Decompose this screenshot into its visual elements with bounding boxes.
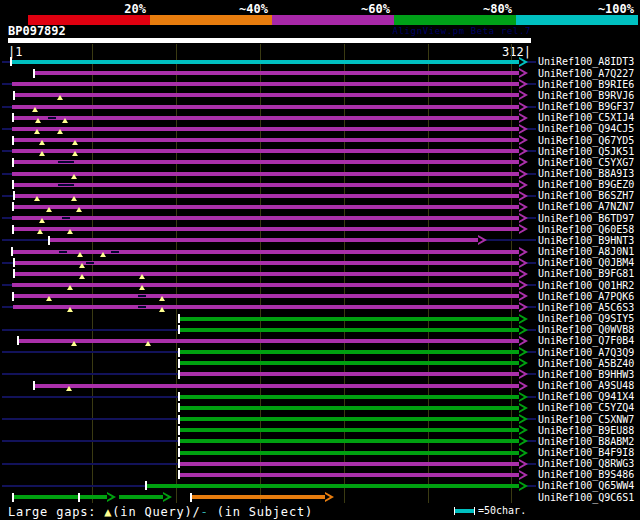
hit-label[interactable]: UniRef100_Q8RWG3 [538, 458, 634, 469]
hsp-bar[interactable] [13, 138, 519, 142]
hit-label[interactable]: UniRef100_C5YXG7 [538, 157, 634, 168]
alignment-row[interactable]: UniRef100_B8A9I3 [0, 168, 640, 179]
hsp-bar[interactable] [13, 205, 519, 209]
hit-label[interactable]: UniRef100_A7Q3Q9 [538, 347, 634, 358]
alignment-row[interactable]: UniRef100_B9RIE6 [0, 79, 640, 90]
hsp-bar[interactable] [35, 71, 519, 75]
hit-label[interactable]: UniRef100_A7Q227 [538, 68, 634, 79]
hit-label[interactable]: UniRef100_Q94CJ5 [538, 123, 634, 134]
hit-label[interactable]: UniRef100_Q5JK51 [538, 146, 634, 157]
hsp-bar[interactable] [180, 473, 519, 477]
alignment-row[interactable]: UniRef100_C5YXG7 [0, 157, 640, 168]
hit-label[interactable]: UniRef100_Q941X4 [538, 391, 634, 402]
hit-label[interactable]: UniRef100_B9FG81 [538, 268, 634, 279]
hsp-bar[interactable] [13, 305, 519, 309]
hit-label[interactable]: UniRef100_B9S486 [538, 469, 634, 480]
hit-label[interactable]: UniRef100_B6TD97 [538, 213, 634, 224]
hit-label[interactable]: UniRef100_A5BZ40 [538, 358, 634, 369]
hit-label[interactable]: UniRef100_C5XIJ4 [538, 112, 634, 123]
hit-label[interactable]: UniRef100_B9HHW3 [538, 369, 634, 380]
alignment-row[interactable]: UniRef100_B8ABM2 [0, 436, 640, 447]
hit-label[interactable]: UniRef100_Q01HR2 [538, 280, 634, 291]
alignment-row[interactable]: UniRef100_Q941X4 [0, 391, 640, 402]
hsp-bar[interactable] [119, 495, 163, 499]
alignment-row[interactable]: UniRef100_Q67YD5 [0, 135, 640, 146]
alignment-row[interactable]: UniRef100_C5XNW7 [0, 414, 640, 425]
hsp-bar[interactable] [13, 160, 519, 164]
alignment-row[interactable]: UniRef100_B9EU88 [0, 425, 640, 436]
hit-label[interactable]: UniRef100_Q9C6S1 [538, 492, 634, 503]
alignment-row[interactable]: UniRef100_A7Q227 [0, 68, 640, 79]
hsp-bar[interactable] [14, 194, 519, 198]
hsp-bar[interactable] [12, 82, 519, 86]
hsp-bar[interactable] [12, 283, 519, 287]
hsp-bar[interactable] [180, 372, 519, 376]
hsp-bar[interactable] [50, 238, 478, 242]
hsp-bar[interactable] [12, 216, 519, 220]
hit-label[interactable]: UniRef100_B9RIE6 [538, 79, 634, 90]
hit-label[interactable]: UniRef100_A9SU48 [538, 380, 634, 391]
alignment-row[interactable]: UniRef100_A8J0N1 [0, 246, 640, 257]
alignment-row[interactable]: UniRef100_A9SU48 [0, 380, 640, 391]
hsp-bar[interactable] [180, 328, 519, 332]
alignment-row[interactable]: UniRef100_Q01HR2 [0, 280, 640, 291]
hsp-bar[interactable] [180, 350, 519, 354]
hsp-bar[interactable] [13, 294, 519, 298]
alignment-row[interactable]: UniRef100_Q60E58 [0, 224, 640, 235]
alignment-row[interactable]: UniRef100_A7NZN7 [0, 201, 640, 212]
hit-label[interactable]: UniRef100_A5C6S3 [538, 302, 634, 313]
alignment-row[interactable]: UniRef100_B9GEZ0 [0, 179, 640, 190]
hsp-bar[interactable] [14, 93, 519, 97]
hsp-bar[interactable] [13, 227, 519, 231]
hsp-bar[interactable] [14, 272, 519, 276]
hsp-bar[interactable] [192, 495, 325, 499]
alignment-row[interactable]: UniRef100_B9S486 [0, 469, 640, 480]
hsp-bar[interactable] [180, 462, 519, 466]
hsp-bar[interactable] [147, 484, 519, 488]
hit-label[interactable]: UniRef100_B4F9I8 [538, 447, 634, 458]
alignment-row[interactable]: UniRef100_Q8RWG3 [0, 458, 640, 469]
alignment-row[interactable]: UniRef100_B4F9I8 [0, 447, 640, 458]
hsp-bar[interactable] [180, 395, 519, 399]
alignment-row[interactable]: UniRef100_A5BZ40 [0, 358, 640, 369]
hit-label[interactable]: UniRef100_B9GF37 [538, 101, 634, 112]
hit-label[interactable]: UniRef100_Q9SIY5 [538, 313, 634, 324]
hit-label[interactable]: UniRef100_B9GEZ0 [538, 179, 634, 190]
alignment-row[interactable]: UniRef100_Q9C6S1 [0, 492, 640, 503]
hit-label[interactable]: UniRef100_Q7F0B4 [538, 335, 634, 346]
hit-label[interactable]: UniRef100_C5YZQ4 [538, 402, 634, 413]
alignment-row[interactable]: UniRef100_Q5JK51 [0, 146, 640, 157]
alignment-row[interactable]: UniRef100_B9HHW3 [0, 369, 640, 380]
hit-label[interactable]: UniRef100_A7NZN7 [538, 201, 634, 212]
alignment-row[interactable]: UniRef100_B9FG81 [0, 268, 640, 279]
hsp-bar[interactable] [180, 361, 519, 365]
hsp-bar[interactable] [13, 183, 519, 187]
alignment-row[interactable]: UniRef100_B6SZH7 [0, 190, 640, 201]
hit-label[interactable]: UniRef100_Q67YD5 [538, 135, 634, 146]
hsp-bar[interactable] [12, 172, 519, 176]
hit-label[interactable]: UniRef100_A8J0N1 [538, 246, 634, 257]
hit-label[interactable]: UniRef100_B8ABM2 [538, 436, 634, 447]
hsp-bar[interactable] [13, 116, 519, 120]
hsp-bar[interactable] [180, 406, 519, 410]
hit-label[interactable]: UniRef100_Q65WW4 [538, 480, 634, 491]
alignment-row[interactable]: UniRef100_A7Q3Q9 [0, 347, 640, 358]
hsp-bar[interactable] [13, 495, 107, 499]
hsp-bar[interactable] [11, 60, 519, 64]
hsp-bar[interactable] [35, 384, 519, 388]
alignment-row[interactable]: UniRef100_B9HNT3 [0, 235, 640, 246]
alignment-row[interactable]: UniRef100_A8IDT3 [0, 56, 640, 67]
hit-label[interactable]: UniRef100_B9EU88 [538, 425, 634, 436]
hsp-bar[interactable] [180, 417, 519, 421]
hit-label[interactable]: UniRef100_C5XNW7 [538, 414, 634, 425]
alignment-row[interactable]: UniRef100_C5YZQ4 [0, 402, 640, 413]
hit-label[interactable]: UniRef100_B6SZH7 [538, 190, 634, 201]
alignment-row[interactable]: UniRef100_A7PQK6 [0, 291, 640, 302]
alignment-row[interactable]: UniRef100_Q9SIY5 [0, 313, 640, 324]
hit-label[interactable]: UniRef100_Q60E58 [538, 224, 634, 235]
hit-label[interactable]: UniRef100_Q0JBM4 [538, 257, 634, 268]
hit-label[interactable]: UniRef100_A7PQK6 [538, 291, 634, 302]
hit-label[interactable]: UniRef100_Q0WVB8 [538, 324, 634, 335]
hsp-bar[interactable] [12, 149, 519, 153]
alignment-row[interactable]: UniRef100_B9RVJ6 [0, 90, 640, 101]
